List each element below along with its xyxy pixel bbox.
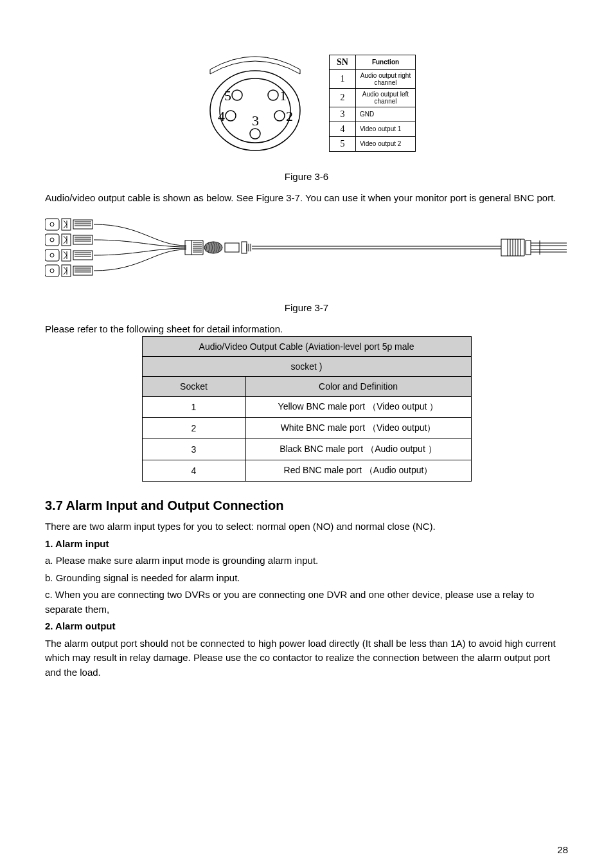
table-title-1: Audio/Video Output Cable (Aviation-level… xyxy=(142,337,471,357)
paragraph: c. When you are connecting two DVRs or y… xyxy=(45,588,568,617)
table-cell: 4 xyxy=(330,122,356,136)
pin-function-table: SN Function 1Audio output right channel … xyxy=(329,55,416,152)
table-cell: 5 xyxy=(330,136,356,151)
table-cell: White BNC male port （Video output） xyxy=(245,418,471,439)
table-cell: Red BNC male port （Audio output） xyxy=(245,460,471,482)
paragraph: Please refer to the following sheet for … xyxy=(45,322,568,337)
table-cell: 1 xyxy=(330,69,356,88)
svg-rect-15 xyxy=(62,234,71,246)
page-number: 28 xyxy=(557,844,568,855)
svg-rect-32 xyxy=(526,240,531,255)
definition-header: Color and Definition xyxy=(245,377,471,397)
table-cell: 2 xyxy=(142,418,245,439)
table-cell: 1 xyxy=(142,397,245,418)
subheading-alarm-input: 1. Alarm input xyxy=(45,537,568,552)
svg-rect-27 xyxy=(225,243,239,252)
svg-rect-28 xyxy=(242,242,247,253)
table-cell: 2 xyxy=(330,88,356,107)
table-cell: Audio output right channel xyxy=(356,69,416,88)
svg-point-18 xyxy=(50,253,54,257)
table-cell: 3 xyxy=(330,107,356,122)
pin-label-3: 3 xyxy=(252,113,259,129)
svg-point-10 xyxy=(50,222,54,226)
pin-label-5: 5 xyxy=(224,87,231,104)
svg-rect-16 xyxy=(73,235,93,244)
svg-rect-31 xyxy=(501,239,508,256)
table-title-2: socket ) xyxy=(142,357,471,377)
table-cell: Video output 2 xyxy=(356,136,416,151)
pin-label-2: 2 xyxy=(286,108,293,124)
svg-point-5 xyxy=(274,111,285,121)
svg-rect-21 xyxy=(45,265,59,276)
paragraph: b. Grounding signal is needed for alarm … xyxy=(45,571,568,586)
svg-rect-11 xyxy=(62,219,71,230)
paragraph: There are two alarm input types for you … xyxy=(45,520,568,534)
section-heading: 3.7 Alarm Input and Output Connection xyxy=(45,498,568,513)
table-cell: 3 xyxy=(142,439,245,460)
table-cell: Video output 1 xyxy=(356,122,416,136)
reference-table: Audio/Video Output Cable (Aviation-level… xyxy=(142,336,472,482)
svg-point-7 xyxy=(226,111,236,121)
svg-point-8 xyxy=(232,90,242,100)
svg-rect-24 xyxy=(73,266,93,275)
cable-diagram xyxy=(45,215,568,285)
figure-3-6-wrap: 1 2 3 4 5 SN Function 1Audio output righ… xyxy=(45,51,568,157)
paragraph: a. Please make sure alarm input mode is … xyxy=(45,554,568,568)
svg-rect-17 xyxy=(45,249,59,261)
table-cell: 4 xyxy=(142,460,245,482)
svg-point-22 xyxy=(50,269,54,273)
figure-3-7-wrap xyxy=(45,215,568,288)
svg-rect-25 xyxy=(185,240,191,255)
figure-3-7-caption: Figure 3-7 xyxy=(45,302,568,313)
svg-rect-20 xyxy=(73,251,93,260)
svg-point-6 xyxy=(250,129,260,139)
table-cell: GND xyxy=(356,107,416,122)
paragraph: The alarm output port should not be conn… xyxy=(45,637,568,680)
paragraph: Audio/video output cable is shown as bel… xyxy=(45,191,568,206)
pin-label-1: 1 xyxy=(280,87,287,104)
svg-point-14 xyxy=(50,238,54,242)
svg-rect-19 xyxy=(62,249,71,261)
sn-header: SN xyxy=(330,55,356,69)
connector-diagram: 1 2 3 4 5 xyxy=(197,51,313,154)
svg-rect-23 xyxy=(62,265,71,276)
subheading-alarm-output: 2. Alarm output xyxy=(45,619,568,634)
table-cell: Yellow BNC male port （Video output ） xyxy=(245,397,471,418)
svg-point-4 xyxy=(268,90,278,100)
function-header: Function xyxy=(356,55,416,69)
pin-label-4: 4 xyxy=(218,108,225,124)
svg-rect-13 xyxy=(45,234,59,246)
table-cell: Audio output left channel xyxy=(356,88,416,107)
figure-3-6-caption: Figure 3-6 xyxy=(45,171,568,182)
svg-rect-12 xyxy=(73,220,93,229)
svg-rect-9 xyxy=(45,219,59,230)
socket-header: Socket xyxy=(142,377,245,397)
table-cell: Black BNC male port （Audio output ） xyxy=(245,439,471,460)
